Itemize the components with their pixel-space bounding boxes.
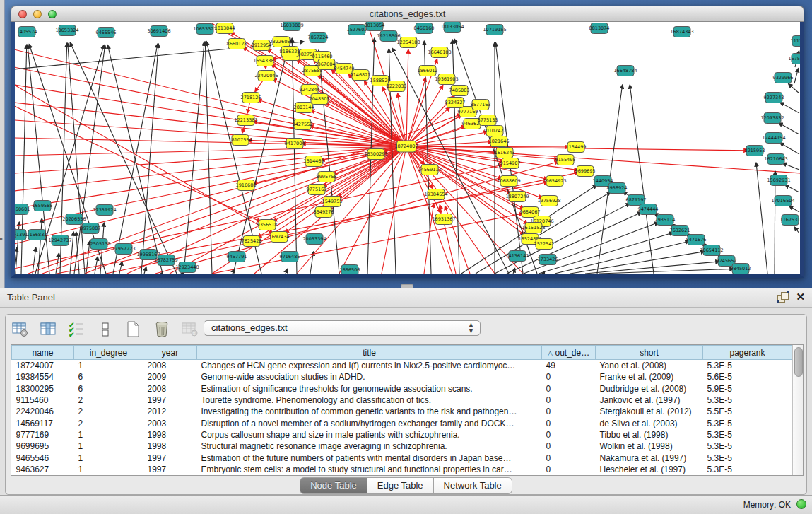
panel-collapse-arrow[interactable]: ▸ — [0, 235, 3, 242]
graph-node-teal[interactable]: 1733426 — [538, 255, 558, 265]
graph-node-teal[interactable]: 15692931 — [767, 175, 790, 186]
graph-node-teal[interactable]: 17957223 — [112, 244, 135, 255]
graph-node-teal[interactable]: 1686506 — [340, 265, 360, 275]
tab-node-table[interactable]: Node Table — [300, 477, 367, 494]
graph-node-teal[interactable]: 10654112 — [700, 245, 723, 256]
graph-node-teal[interactable]: 17359924 — [93, 205, 116, 216]
graph-node-teal[interactable]: 9465546 — [96, 28, 117, 38]
table-row[interactable]: 1938455462009Genome-wide association stu… — [12, 371, 792, 382]
column-header-short[interactable]: short — [596, 346, 703, 360]
table-row[interactable]: 1872400712008Changes of HCN gene express… — [12, 360, 792, 372]
graph-node-yellow[interactable]: 2522542 — [534, 239, 555, 250]
graph-node-teal[interactable]: 18133054 — [440, 22, 464, 33]
graph-node-teal[interactable]: 2935114 — [655, 215, 676, 226]
graph-node-yellow[interactable]: 7625428 — [242, 236, 262, 247]
graph-node-yellow[interactable]: 9775163 — [307, 185, 327, 195]
graph-node-yellow[interactable]: 16543382 — [253, 56, 276, 66]
graph-node-teal[interactable]: 16782759 — [154, 255, 177, 266]
graph-node-teal[interactable]: 10653324 — [55, 25, 78, 36]
graph-node-teal[interactable]: 9716485 — [280, 252, 300, 262]
graph-node-yellow[interactable]: 1697434 — [269, 232, 290, 243]
graph-node-yellow[interactable]: 9699695 — [575, 166, 596, 177]
graph-node-yellow[interactable]: 14569117 — [418, 165, 441, 175]
graph-node-yellow[interactable]: 8222033 — [387, 81, 407, 92]
graph-node-teal[interactable]: 9474444 — [638, 204, 659, 215]
graph-node-yellow[interactable]: 22420046 — [254, 71, 278, 81]
graph-node-teal[interactable]: 8813074 — [589, 23, 610, 34]
column-header-pagerank[interactable]: pagerank — [703, 346, 792, 360]
graph-node-yellow[interactable]: 16151528 — [522, 223, 545, 233]
graph-node-yellow[interactable]: 9146821 — [351, 70, 371, 81]
graph-node-yellow[interactable]: 8995758 — [317, 172, 337, 182]
graph-node-teal[interactable]: 7632621 — [670, 226, 690, 236]
column-visibility-icon[interactable]: ✔✔✔ — [68, 321, 86, 338]
graph-node-yellow[interactable]: 8186328 — [280, 47, 300, 57]
table-row[interactable]: 977716911998Corpus callosum shape and si… — [12, 429, 792, 440]
graph-node-teal[interactable]: 15751024 — [788, 54, 800, 64]
graph-node-yellow[interactable]: 1821646 — [489, 136, 510, 147]
graph-node-teal[interactable]: 1659585 — [33, 201, 53, 211]
table-row[interactable]: 911546021997Tourette syndrome. Phenomeno… — [12, 395, 792, 406]
table-row[interactable]: 969969511998Structural magnetic resonanc… — [12, 440, 792, 452]
table-row[interactable]: 2242004622012Investigating the contribut… — [12, 406, 792, 417]
network-svg[interactable]: 1872400786601288912954232260589827503165… — [15, 22, 800, 274]
table-row[interactable]: 946554611997Estimation of the future num… — [12, 452, 792, 463]
graph-node-yellow[interactable]: 1514469 — [304, 156, 324, 167]
table-row[interactable]: 946362711997Embryonic stem cells: a mode… — [12, 464, 792, 475]
graph-node-yellow[interactable]: 7485083 — [449, 86, 470, 96]
graph-node-yellow[interactable]: 16646103 — [428, 47, 451, 58]
column-header-year[interactable]: year — [143, 346, 197, 360]
graph-node-teal[interactable]: 8958924 — [607, 183, 628, 194]
tab-network-table[interactable]: Network Table — [434, 477, 512, 494]
graph-node-yellow[interactable]: 9356518 — [257, 220, 278, 230]
graph-node-yellow[interactable]: 16931367 — [432, 214, 455, 225]
graph-node-teal[interactable]: 12093832 — [760, 113, 784, 124]
graph-node-yellow[interactable]: 9417004 — [285, 139, 305, 149]
graph-node-yellow[interactable]: 18724007 — [394, 141, 418, 152]
graph-node-teal[interactable]: 7857224 — [308, 33, 329, 43]
row-height-icon[interactable] — [96, 321, 114, 338]
graph-node-yellow[interactable]: 18107554 — [228, 135, 252, 146]
window-titlebar[interactable]: citations_edges.txt — [11, 6, 804, 22]
new-table-icon[interactable] — [124, 321, 143, 338]
graph-node-teal[interactable]: 9975887 — [81, 223, 101, 234]
graph-node-yellow[interactable]: 8775133 — [478, 115, 498, 126]
graph-node-yellow[interactable]: 8660128 — [227, 39, 247, 49]
graph-node-yellow[interactable]: 10107427 — [483, 126, 506, 136]
column-header-in_degree[interactable]: in_degree — [74, 346, 143, 360]
graph-node-yellow[interactable]: 1813044 — [215, 23, 235, 34]
graph-node-teal[interactable]: 2160601 — [15, 204, 30, 215]
graph-node-yellow[interactable]: 1549755 — [322, 197, 343, 207]
graph-node-teal[interactable]: 10653327 — [193, 24, 216, 35]
graph-node-teal[interactable]: 8466160 — [414, 23, 435, 34]
graph-node-teal[interactable]: 12923448 — [175, 262, 199, 273]
graph-node-teal[interactable]: 8813054 — [365, 22, 385, 31]
graph-node-teal[interactable]: 8215953 — [745, 146, 765, 156]
graph-node-teal[interactable]: 19218506 — [377, 31, 400, 42]
tab-edge-table[interactable]: Edge Table — [367, 477, 434, 494]
graph-node-teal[interactable]: 1156832 — [27, 230, 47, 240]
graph-node-yellow[interactable]: 8912954 — [252, 40, 272, 51]
graph-node-yellow[interactable]: 2718126 — [241, 93, 261, 103]
graph-node-teal[interactable]: 9845012 — [731, 264, 751, 274]
graph-node-yellow[interactable]: 1616243 — [495, 148, 515, 158]
network-table-select[interactable]: citations_edges.txt ▲▼ — [204, 320, 481, 336]
graph-node-teal[interactable]: 16210643 — [764, 154, 787, 165]
graph-node-yellow[interactable]: 18300295 — [364, 149, 387, 160]
table-scrollbar[interactable] — [792, 345, 803, 475]
table-options-icon[interactable] — [11, 321, 30, 338]
graph-node-yellow[interactable]: 19756928 — [537, 196, 560, 206]
graph-node-yellow[interactable]: 9155495 — [555, 155, 576, 165]
graph-node-teal[interactable]: 16648784 — [613, 66, 637, 76]
graph-node-yellow[interactable]: 23226058 — [269, 37, 293, 47]
graph-node-yellow[interactable]: 9154907 — [500, 158, 521, 169]
graph-node-teal[interactable]: 20206556 — [62, 214, 86, 225]
graph-node-yellow[interactable]: 2803144 — [294, 103, 314, 113]
graph-node-teal[interactable]: 1405574 — [17, 27, 37, 37]
column-header-name[interactable]: name — [12, 346, 74, 360]
float-panel-icon[interactable] — [777, 291, 788, 303]
show-columns-icon[interactable] — [40, 321, 58, 338]
graph-node-teal[interactable]: 12942737 — [48, 235, 71, 246]
graph-node-yellow[interactable]: 8549276 — [314, 207, 334, 218]
close-panel-icon[interactable]: ✕ — [796, 291, 805, 303]
